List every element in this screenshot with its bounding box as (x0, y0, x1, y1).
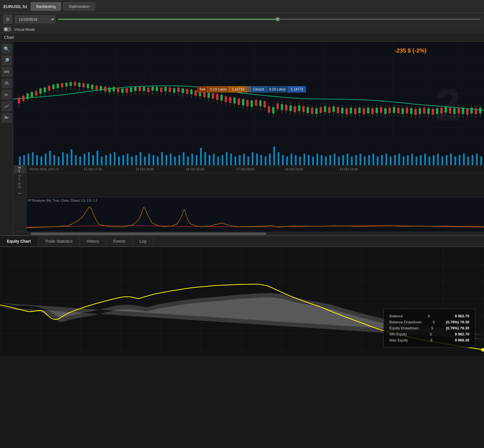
svg-rect-32 (70, 82, 72, 86)
tab-optimization[interactable]: Optimization (63, 2, 95, 11)
indicator-panel[interactable]: FFTAnalyzer (64, True, Close, Close) 1.0… (26, 197, 484, 232)
svg-rect-136 (294, 106, 296, 112)
svg-rect-162 (350, 108, 352, 113)
profile-button[interactable] (2, 78, 11, 88)
time-label-3: 16 Oct 02:00 (186, 167, 204, 171)
m5-btn[interactable]: m5 (14, 173, 26, 181)
tab-equity-chart[interactable]: Equity Chart (0, 236, 38, 246)
svg-rect-126 (272, 107, 274, 113)
svg-point-3 (6, 82, 7, 83)
svg-rect-233 (62, 152, 64, 165)
svg-rect-148 (320, 107, 322, 113)
top-bar: EURUSD, h1 Backtesting Optimization (0, 0, 484, 13)
stats-row-min-equity: Min Equity $ 9 962.70 (389, 331, 469, 337)
svg-rect-180 (389, 108, 391, 113)
svg-rect-56 (121, 88, 124, 93)
date-select[interactable]: 12/10/2018 (15, 16, 55, 23)
svg-rect-66 (143, 87, 145, 91)
svg-rect-324 (454, 157, 456, 165)
svg-rect-8 (18, 98, 20, 103)
svg-rect-323 (450, 154, 452, 165)
candlestick-canvas[interactable]: 2 (13, 42, 484, 139)
svg-rect-114 (246, 100, 249, 106)
svg-rect-134 (289, 105, 292, 111)
toggle-knob (4, 28, 7, 31)
svg-rect-38 (82, 83, 85, 87)
zoom-out-button[interactable]: 🔎 (2, 55, 11, 65)
time-axis-row: m1 m5 m15 ••• 10 Oct 2018, UTC+0 11 Oct … (13, 165, 484, 197)
scrollbar-thumb[interactable] (30, 233, 266, 235)
m15-btn[interactable]: m15 (14, 181, 26, 189)
chart-settings-button[interactable] (2, 113, 11, 123)
svg-rect-307 (381, 155, 383, 165)
svg-rect-227 (36, 155, 38, 165)
svg-rect-302 (360, 154, 361, 165)
indicators-button[interactable] (2, 67, 11, 77)
slider-fill (58, 19, 278, 20)
svg-rect-259 (174, 157, 176, 165)
sell-label: Sell (197, 86, 208, 92)
svg-rect-84 (182, 88, 184, 93)
more-timeframes-btn[interactable]: ••• (14, 189, 26, 197)
volume-svg (13, 139, 484, 165)
time-label-0: 10 Oct 2018, UTC+0 (29, 167, 58, 171)
svg-rect-298 (342, 155, 344, 165)
sell-trade-tag: Sell 0.10 Lot(s) 1.14719 | Closed 0.10 L… (197, 86, 306, 92)
svg-rect-40 (87, 84, 89, 88)
tab-trade-statistics[interactable]: Trade Statistics (38, 236, 80, 246)
svg-rect-319 (433, 155, 435, 165)
gear-button[interactable]: ⚙ (3, 15, 12, 24)
svg-rect-122 (264, 101, 266, 107)
svg-rect-329 (476, 154, 478, 165)
svg-rect-22 (48, 86, 50, 91)
svg-rect-309 (390, 157, 391, 165)
svg-rect-120 (259, 101, 262, 106)
svg-rect-42 (91, 85, 93, 89)
visual-mode-toggle[interactable] (3, 27, 11, 32)
svg-rect-265 (200, 148, 202, 165)
svg-rect-78 (169, 88, 171, 92)
svg-rect-142 (307, 107, 309, 113)
svg-rect-124 (268, 106, 270, 113)
svg-rect-267 (209, 155, 210, 165)
svg-rect-260 (178, 155, 180, 165)
svg-rect-112 (242, 99, 244, 105)
svg-rect-34 (74, 82, 76, 86)
tab-history[interactable]: History (80, 236, 106, 246)
svg-rect-154 (333, 106, 335, 112)
svg-rect-216 (466, 109, 468, 115)
min-equity-label: Min Equity (389, 332, 407, 336)
chart-section: Chart 🔍 🔎 ✏ (0, 33, 484, 235)
tab-events[interactable]: Events (106, 236, 133, 246)
svg-rect-283 (278, 152, 279, 165)
svg-rect-198 (427, 108, 430, 114)
svg-rect-184 (397, 108, 400, 113)
tab-log[interactable]: Log (133, 236, 153, 246)
svg-rect-106 (229, 97, 231, 103)
balance-drawdown-label: Balance Drawdown (389, 320, 422, 324)
svg-rect-239 (88, 152, 90, 165)
time-label-1: 11 Oct 17:00 (84, 167, 102, 171)
svg-rect-242 (101, 157, 103, 165)
svg-rect-228 (41, 157, 42, 165)
analysis-button[interactable] (2, 101, 11, 111)
svg-rect-190 (410, 108, 412, 114)
svg-rect-16 (35, 91, 37, 96)
slider-thumb[interactable] (276, 17, 280, 21)
draw-button[interactable]: ✏ (2, 90, 11, 100)
zoom-in-button[interactable]: 🔍 (2, 44, 11, 54)
svg-rect-166 (358, 108, 361, 113)
slider-track (58, 19, 481, 20)
tab-backtesting[interactable]: Backtesting (31, 2, 61, 11)
progress-slider-container (58, 15, 481, 24)
svg-rect-321 (441, 157, 443, 165)
svg-rect-328 (472, 155, 473, 165)
svg-rect-325 (459, 155, 460, 165)
svg-rect-138 (298, 105, 300, 111)
m1-btn[interactable]: m1 (14, 165, 26, 173)
svg-rect-206 (445, 107, 447, 113)
svg-rect-289 (304, 154, 305, 165)
svg-rect-240 (92, 155, 94, 165)
max-equity-currency: $ (430, 338, 432, 342)
svg-rect-132 (285, 105, 287, 111)
